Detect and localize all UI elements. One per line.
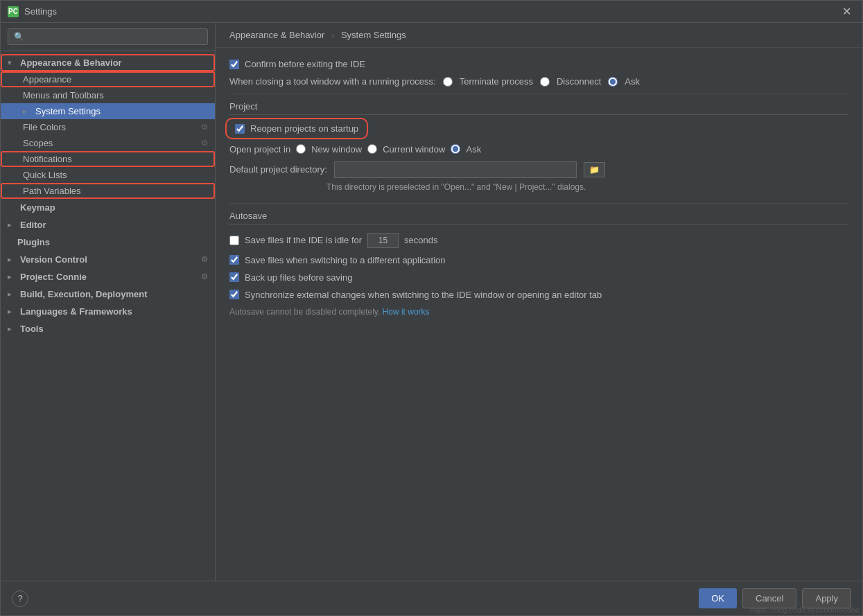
chevron-right-icon-build <box>8 290 17 298</box>
sidebar-item-scopes[interactable]: Scopes ⚙ <box>1 135 215 151</box>
save-idle-checkbox[interactable] <box>229 236 239 245</box>
backup-checkbox[interactable] <box>229 272 239 282</box>
sidebar-item-appearance-behavior[interactable]: Appearance & Behavior <box>1 54 215 71</box>
panel-content: Confirm before exiting the IDE When clos… <box>216 48 862 581</box>
current-window-label: Current window <box>383 144 445 155</box>
chevron-right-icon-project <box>8 273 17 281</box>
sidebar-item-appearance[interactable]: Appearance <box>1 71 215 87</box>
sidebar-item-quick-lists[interactable]: Quick Lists <box>1 167 215 183</box>
sidebar-item-version-control[interactable]: Version Control ⚙ <box>1 251 215 268</box>
close-button[interactable]: ✕ <box>838 3 855 19</box>
sidebar-label-file-colors: File Colors <box>23 122 66 132</box>
running-process-label: When closing a tool window with a runnin… <box>229 76 436 87</box>
backup-row: Back up files before saving <box>229 272 848 283</box>
sidebar-item-editor[interactable]: Editor <box>1 216 215 234</box>
default-dir-input[interactable] <box>334 161 577 178</box>
watermark: https://blog.csdn.net/conniebabe <box>747 604 862 615</box>
dialog-title: Settings <box>24 6 57 17</box>
sidebar-item-languages[interactable]: Languages & Frameworks <box>1 303 215 320</box>
sidebar-label-scopes: Scopes <box>23 138 53 148</box>
sidebar-item-build[interactable]: Build, Execution, Deployment <box>1 285 215 303</box>
file-colors-icon: ⚙ <box>201 123 208 132</box>
search-input[interactable] <box>8 28 208 45</box>
sidebar-item-plugins[interactable]: Plugins <box>1 234 215 251</box>
chevron-right-icon-editor <box>8 221 17 229</box>
sidebar-label-version-control: Version Control <box>20 254 201 265</box>
autosave-link[interactable]: How it works <box>383 307 430 317</box>
sidebar-item-menus-toolbars[interactable]: Menus and Toolbars <box>1 87 215 103</box>
open-project-label: Open project in <box>229 144 290 155</box>
ask-process-radio[interactable] <box>608 77 618 87</box>
breadcrumb-separator: › <box>331 30 334 40</box>
sidebar-label-system-settings: System Settings <box>35 106 101 116</box>
sidebar-label-keymap: Keymap <box>20 202 55 213</box>
save-switching-row: Save files when switching to a different… <box>229 255 848 265</box>
chevron-right-icon-tools <box>8 325 17 333</box>
sidebar-item-file-colors[interactable]: File Colors ⚙ <box>1 119 215 135</box>
save-idle-label-before: Save files if the IDE is idle for <box>245 235 362 245</box>
sidebar-label-notifications: Notifications <box>23 154 72 164</box>
idle-seconds-input[interactable]: 15 <box>367 233 399 248</box>
sync-external-row: Synchronize external changes when switch… <box>229 290 848 300</box>
ask-project-label: Ask <box>466 144 481 155</box>
new-window-radio[interactable] <box>296 144 306 154</box>
sidebar-label-editor: Editor <box>20 220 46 230</box>
project-section-title: Project <box>229 101 848 115</box>
ask-process-label: Ask <box>625 76 640 87</box>
sidebar-label-tools: Tools <box>20 324 44 334</box>
confirm-exit-checkbox[interactable] <box>229 60 239 69</box>
title-bar: PC Settings ✕ <box>1 1 862 23</box>
sidebar-item-keymap[interactable]: Keymap <box>1 199 215 216</box>
sidebar-label-menus-toolbars: Menus and Toolbars <box>23 90 104 100</box>
default-dir-label: Default project directory: <box>229 164 327 175</box>
footer: ? OK Cancel Apply <box>1 581 862 615</box>
running-process-row: When closing a tool window with a runnin… <box>229 76 848 87</box>
backup-label: Back up files before saving <box>245 272 352 283</box>
sidebar-item-path-variables[interactable]: Path Variables <box>1 183 215 199</box>
chevron-down-icon <box>8 59 17 67</box>
chevron-right-icon-lang <box>8 308 17 315</box>
sidebar-label-languages: Languages & Frameworks <box>20 306 132 317</box>
title-bar-left: PC Settings <box>8 6 57 17</box>
search-box <box>1 23 215 51</box>
main-panel: Appearance & Behavior › System Settings … <box>216 23 862 581</box>
sidebar-item-project-connie[interactable]: Project: Connie ⚙ <box>1 268 215 285</box>
ask-project-radio[interactable] <box>451 144 460 154</box>
breadcrumb-current: System Settings <box>341 30 406 40</box>
disconnect-radio[interactable] <box>540 77 550 87</box>
sidebar-label-plugins: Plugins <box>17 237 50 247</box>
sidebar-item-notifications[interactable]: Notifications <box>1 151 215 167</box>
save-switching-label: Save files when switching to a different… <box>245 255 446 265</box>
sidebar-item-system-settings[interactable]: System Settings <box>1 103 215 119</box>
confirm-exit-label: Confirm before exiting the IDE <box>245 59 365 69</box>
content-area: Appearance & Behavior Appearance Menus a… <box>1 23 862 581</box>
sidebar-label-quick-lists: Quick Lists <box>23 170 67 180</box>
sidebar-label-project-connie: Project: Connie <box>20 272 201 282</box>
ok-button[interactable]: OK <box>699 588 737 608</box>
sidebar-label-build: Build, Execution, Deployment <box>20 289 147 299</box>
current-window-radio[interactable] <box>367 144 377 154</box>
confirm-exit-row: Confirm before exiting the IDE <box>229 59 848 69</box>
chevron-right-icon <box>23 107 33 115</box>
version-control-icon: ⚙ <box>201 255 208 264</box>
help-button[interactable]: ? <box>12 590 28 607</box>
scopes-icon: ⚙ <box>201 139 208 148</box>
app-icon: PC <box>8 6 19 17</box>
nav-tree: Appearance & Behavior Appearance Menus a… <box>1 51 215 581</box>
sidebar-item-tools[interactable]: Tools <box>1 320 215 337</box>
autosave-section-title: Autosave <box>229 211 848 225</box>
save-switching-checkbox[interactable] <box>229 255 239 265</box>
terminate-radio[interactable] <box>443 77 453 87</box>
reopen-projects-highlighted: Reopen projects on startup <box>229 122 364 135</box>
reopen-projects-label: Reopen projects on startup <box>250 123 358 134</box>
new-window-label: New window <box>311 144 362 155</box>
browse-button[interactable]: 📁 <box>584 162 605 177</box>
divider-2 <box>229 203 848 204</box>
reopen-projects-checkbox[interactable] <box>235 124 245 134</box>
save-idle-row: Save files if the IDE is idle for 15 sec… <box>229 233 848 248</box>
autosave-note: Autosave cannot be disabled completely. … <box>229 307 848 317</box>
sidebar-label-appearance: Appearance <box>23 74 71 85</box>
disconnect-label: Disconnect <box>557 76 601 87</box>
sync-external-checkbox[interactable] <box>229 290 239 299</box>
open-project-row: Open project in New window Current windo… <box>229 144 848 155</box>
